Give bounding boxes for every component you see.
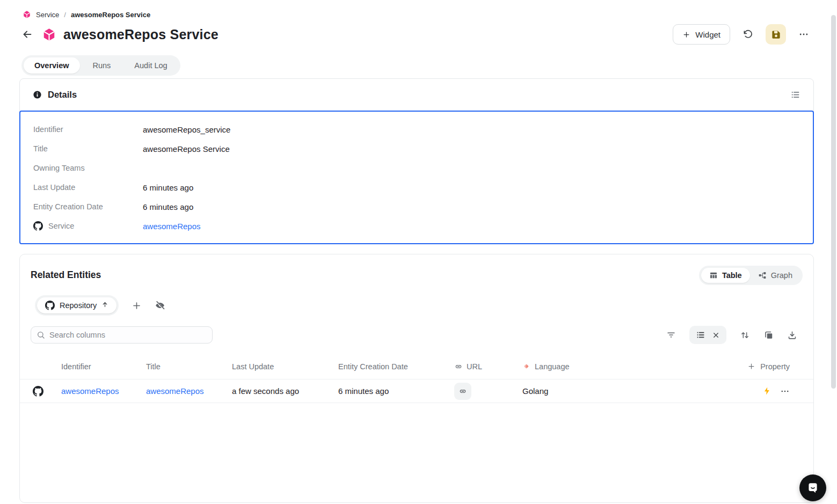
row-title-link[interactable]: awesomeRepos [146,386,204,396]
header-actions: Widget [673,24,814,45]
graph-icon [758,271,767,280]
breadcrumb: Service / awesomeRepos Service [23,10,150,19]
detail-row: Title awesomeRepos Service [33,139,813,158]
column-header-identifier[interactable]: Identifier [61,362,146,371]
breadcrumb-current: awesomeRepos Service [71,11,150,19]
table-row[interactable]: awesomeRepos awesomeRepos a few seconds … [20,379,813,403]
add-property-button[interactable]: Property [747,362,790,371]
chat-bubble-icon [806,481,820,495]
column-header-url-label: URL [467,362,482,371]
page-header: awesomeRepos Service Widget [20,24,814,45]
related-entities-card: Related Entities Table Graph Repository [19,254,814,503]
table-toolbar [666,325,797,345]
column-header-title[interactable]: Title [146,362,232,371]
service-cube-icon [23,10,31,19]
list-view-icon[interactable] [696,330,705,340]
service-entity-link[interactable]: awesomeRepos [143,222,201,231]
details-list-view-icon[interactable] [790,90,800,100]
detail-row: Last Update 6 minutes ago [33,178,813,197]
service-cube-icon-large [42,27,56,42]
detail-label: Owning Teams [33,164,143,172]
view-toggle-table[interactable]: Table [701,268,750,283]
github-icon [33,386,43,397]
detail-row: Entity Creation Date 6 minutes ago [33,197,813,216]
vertical-scrollbar[interactable] [831,15,836,389]
save-button[interactable] [766,24,786,45]
relation-pill-label: Repository [60,301,97,310]
clear-grouping-icon[interactable] [712,331,720,339]
detail-value: awesomeRepos Service [143,144,230,154]
column-header-language-label: Language [535,362,570,371]
detail-value: 6 minutes ago [143,202,193,211]
add-property-label: Property [760,362,790,371]
column-header-last-update[interactable]: Last Update [232,362,338,371]
back-button[interactable] [20,27,34,41]
url-link-button[interactable] [454,383,471,400]
detail-row: Identifier awesomeRepos_service [33,120,813,139]
related-entities-title: Related Entities [31,269,101,281]
column-header-url[interactable]: URL [454,362,522,371]
ellipsis-icon [798,29,809,40]
row-actions [762,386,790,396]
arrow-up-icon [101,301,108,310]
more-options-button[interactable] [794,24,814,45]
tab-audit-log[interactable]: Audit Log [123,57,178,74]
search-columns-input[interactable] [49,331,207,339]
undo-icon [743,29,753,40]
table-icon [709,271,718,280]
table-header-row: Identifier Title Last Update Entity Crea… [20,354,813,379]
detail-label: Entity Creation Date [33,202,143,211]
row-more-options-button[interactable] [780,386,790,396]
group-by-pill [689,326,726,344]
detail-value: awesomeRepos_service [143,125,230,134]
relation-pill-repository[interactable]: Repository [37,297,117,313]
add-widget-button[interactable]: Widget [673,24,730,45]
breadcrumb-separator: / [64,11,66,19]
undo-button[interactable] [738,24,758,45]
detail-label: Service [33,221,143,231]
detail-row: Service awesomeRepos [33,216,813,236]
row-language: Golang [522,386,762,396]
filter-icon[interactable] [666,330,676,340]
plus-icon [747,362,755,370]
info-icon [33,90,42,99]
column-header-language[interactable]: Language [522,362,747,371]
view-toggle: Table Graph [699,266,803,285]
relation-pill-group: Repository [35,295,119,316]
detail-label: Identifier [33,125,143,134]
view-toggle-graph-label: Graph [771,271,792,280]
eye-off-icon[interactable] [155,300,165,311]
detail-value: 6 minutes ago [143,183,193,192]
download-icon[interactable] [787,330,797,340]
row-identifier-link[interactable]: awesomeRepos [61,386,119,396]
column-header-entity-creation-date[interactable]: Entity Creation Date [338,362,454,371]
detail-label: Title [33,144,143,153]
sort-icon[interactable] [740,330,750,340]
view-toggle-table-label: Table [722,271,742,280]
details-card-header: Details [20,79,813,111]
breadcrumb-root[interactable]: Service [36,11,59,19]
relation-filter-bar: Repository [35,295,165,316]
add-widget-label: Widget [695,30,720,39]
link-icon [454,362,463,371]
github-icon [33,221,43,231]
details-card: Details Identifier awesomeRepos_service … [19,78,814,244]
search-columns-field [31,326,213,344]
copy-icon[interactable] [763,330,774,340]
detail-label-text: Service [48,222,74,230]
details-title: Details [48,90,77,100]
row-entity-creation-date: 6 minutes ago [338,386,454,396]
row-blueprint-icon [33,386,61,397]
detail-row: Owning Teams [33,158,813,178]
add-relation-button[interactable] [132,301,142,311]
related-entities-table: Identifier Title Last Update Entity Crea… [20,354,813,403]
row-last-update: a few seconds ago [232,386,338,396]
chat-widget-button[interactable] [799,474,826,501]
details-widget-selected[interactable]: Identifier awesomeRepos_service Title aw… [19,111,814,244]
tab-runs[interactable]: Runs [82,57,122,74]
view-toggle-graph[interactable]: Graph [750,268,800,283]
search-icon [37,331,45,339]
row-url-cell [454,383,522,400]
tab-overview[interactable]: Overview [24,57,80,74]
run-action-lightning-icon[interactable] [762,386,772,396]
